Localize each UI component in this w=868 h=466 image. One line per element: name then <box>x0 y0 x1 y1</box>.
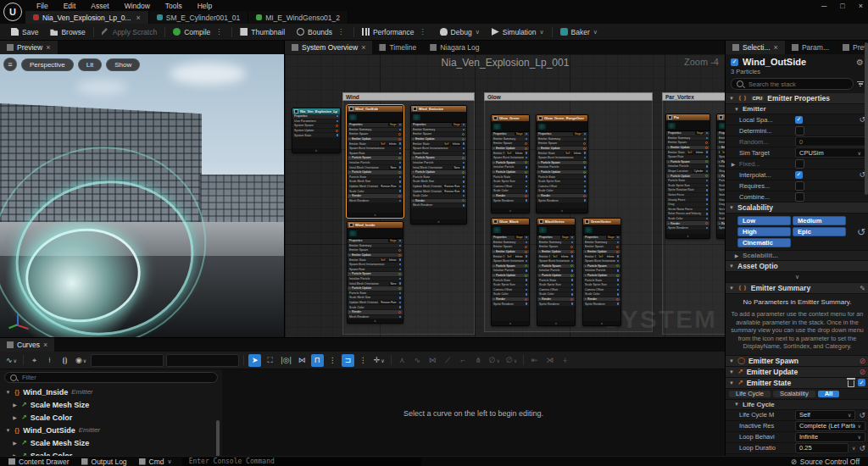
stack-search-input[interactable] <box>747 80 848 89</box>
asset-tab-nia-ven-explosion-lp-0[interactable]: Nia_Ven_Explosion_Lp_0...× <box>25 11 149 24</box>
menu-tools[interactable]: Tools <box>158 2 190 10</box>
thumbnail-button[interactable]: Thumbnail <box>234 24 291 41</box>
performance-button[interactable]: Performance⋮ <box>356 24 434 41</box>
visibility-button[interactable]: ◉∨ <box>74 354 88 367</box>
platform-cinematic[interactable]: Cinematic <box>737 238 791 247</box>
snap-time-options-icon[interactable]: ⋮ <box>326 354 339 367</box>
output-log-button[interactable]: Output Log <box>76 458 132 466</box>
snap-time-toggle[interactable]: ⊓ <box>311 354 324 367</box>
menu-help[interactable]: Help <box>190 2 220 10</box>
stage-tab-life-cycle[interactable]: Life Cycle <box>729 391 771 397</box>
curve-item-scale-mesh-size[interactable]: ▶↗Scale Mesh Size <box>0 398 222 411</box>
stage-emitter-state[interactable]: ▼↗Emitter State✓ <box>726 378 868 389</box>
node-collapse-footer[interactable]: ∧ <box>492 208 529 213</box>
tab-param[interactable]: Param... <box>785 41 836 54</box>
normalize-button[interactable]: ⋈ <box>296 354 309 367</box>
flatten-tangents-icon[interactable]: ⇤ <box>528 354 541 367</box>
viewport-menu-button[interactable]: ≡ <box>3 58 17 71</box>
checkbox[interactable] <box>795 181 804 191</box>
node-collapse-footer[interactable]: ∧ <box>411 219 466 224</box>
emitter-node-wind-inside[interactable]: Wind_InsidePropertiesStageEmitter Summar… <box>347 221 403 324</box>
menu-edit[interactable]: Edit <box>56 2 84 10</box>
node-row-sprite-renderer[interactable]: Sprite Renderer <box>537 302 575 307</box>
checkbox[interactable] <box>795 159 804 169</box>
debug-button[interactable]: Debug∨ <box>434 24 486 41</box>
stack-searchbox[interactable] <box>731 78 854 90</box>
tab-timeline[interactable]: Timeline <box>372 41 423 54</box>
window-minimize-button[interactable]: ─ <box>821 2 826 10</box>
node-row-sprite-renderer[interactable]: Sprite Renderer <box>537 198 587 203</box>
curve-editor-area[interactable]: Select a curve on the left to begin edit… <box>222 369 725 457</box>
key-value-input[interactable] <box>166 354 239 367</box>
section-asset-optio[interactable]: ▼Asset Optio <box>726 261 868 272</box>
window-close-button[interactable]: × <box>859 2 863 10</box>
tab-previe[interactable]: Previe... <box>836 41 868 54</box>
pin-button[interactable]: ⍿ <box>43 354 56 367</box>
lit-button[interactable]: Lit <box>78 58 102 71</box>
browse-button[interactable]: Browse <box>44 24 91 41</box>
menu-file[interactable]: File <box>29 2 56 10</box>
dropdown[interactable]: Self∨ <box>795 410 855 420</box>
node-row-mesh-renderer[interactable]: Mesh Renderer <box>411 203 466 208</box>
text-field[interactable]: 0 <box>795 136 865 147</box>
emitter-node-greenvortex[interactable]: GreenVortexPropertiesStageEmitter Summar… <box>582 218 621 326</box>
node-collapse-footer[interactable]: ∧ <box>492 321 529 325</box>
asset-tab-sm-e-cylinder001-01[interactable]: SM_E_Cylinder001_01 <box>149 11 248 24</box>
key-details-icon[interactable]: ⍭ <box>559 354 571 367</box>
emitter-node-par[interactable]: ParPropertiesStageEmitter SummaryEmitter… <box>665 114 710 239</box>
number-field[interactable]: 0.25 <box>795 443 849 453</box>
emitter-node-wind-outside[interactable]: Wind_OutSidePropertiesStageEmitter Summa… <box>347 105 403 218</box>
curves-tab-close-icon[interactable]: × <box>43 341 47 349</box>
tangent-weighted-icon[interactable]: ⋔ <box>472 354 485 367</box>
tangent-linear-icon[interactable]: ⟋ <box>442 354 454 367</box>
compile-button[interactable]: Compile⋮ <box>167 24 230 41</box>
node-collapse-footer[interactable]: ∧ <box>348 319 403 323</box>
section-emitter-summary[interactable]: ▼❪❫Emitter Summary✎ <box>726 283 868 294</box>
curve-item-scale-mesh-size[interactable]: ▶↗Scale Mesh Size <box>0 436 222 449</box>
bounds-button[interactable]: Bounds⋮ <box>291 24 352 41</box>
stage-tab-scalability[interactable]: Scalability <box>773 391 815 397</box>
emitter-node-glow-black[interactable]: Glow_BlackPropertiesStageEmitter Summary… <box>491 218 530 326</box>
node-row-sprite-renderer[interactable]: Sprite Renderer <box>492 198 529 203</box>
frame-all-button[interactable]: ⛶ <box>264 354 276 367</box>
curve-filter-input[interactable] <box>20 373 212 382</box>
reset-icon[interactable]: ↺ <box>859 411 865 419</box>
straighten-tangents-icon[interactable]: ⋊ <box>543 354 556 367</box>
tangent-user-icon[interactable]: ∿ <box>411 354 424 367</box>
platform-epic[interactable]: Epic <box>793 227 846 236</box>
simulation-button[interactable]: Simulation∨ <box>486 24 550 41</box>
reset-icon[interactable]: ↺ <box>859 444 865 452</box>
collapsed-scalabilit[interactable]: ▶Scalabilit... <box>726 251 868 261</box>
subsection-emitter[interactable]: ▼Emitter <box>726 104 868 114</box>
stack-expander[interactable]: ∨ <box>726 272 868 283</box>
stage-enabled-checkbox[interactable]: ✓ <box>858 379 865 386</box>
snap-value-toggle[interactable]: ⊐ <box>342 354 354 367</box>
tab-system-overview[interactable]: System Overview× <box>285 41 372 54</box>
emitter-node-blackvortex[interactable]: BlackVortexPropertiesStageEmitter Summar… <box>537 218 576 326</box>
show-button[interactable]: Show <box>106 58 140 71</box>
tab-selecti[interactable]: Selecti...× <box>726 41 785 54</box>
snap-value-options-icon[interactable]: ⋮ <box>357 354 370 367</box>
curve-item-wind-inside[interactable]: ▼{}Wind_InsideEmitter <box>0 386 222 398</box>
emitter-node-glow-green[interactable]: Glow_GreenPropertiesStageEmitter Summary… <box>491 114 530 214</box>
pre-infinity-icon[interactable]: ∅∨ <box>487 354 502 367</box>
perspective-button[interactable]: Perspective <box>21 58 74 71</box>
node-row-sprite-renderer[interactable]: Sprite Renderer <box>666 226 709 231</box>
section-scalability[interactable]: ▼Scalability <box>726 202 868 214</box>
node-row-mesh-renderer[interactable]: Mesh Renderer <box>348 199 403 204</box>
tab-curves[interactable]: Curves × <box>0 338 54 352</box>
post-infinity-icon[interactable]: ∅∨ <box>504 354 519 367</box>
menu-window[interactable]: Window <box>117 2 158 10</box>
group-header-wind[interactable]: Wind <box>342 92 475 101</box>
frame-selection-button[interactable]: |◎| <box>279 354 293 367</box>
transform-tool-button[interactable]: ✛∨ <box>372 354 387 367</box>
preview-tab-close-icon[interactable]: × <box>46 43 50 52</box>
filter-icon[interactable] <box>857 81 864 87</box>
gear-icon[interactable]: ⚙ <box>856 58 864 67</box>
console-command-input[interactable] <box>187 457 416 466</box>
graph-canvas[interactable]: Nia_Ven_Explosion_Lp_001 Zoom -4 SYSTEM … <box>285 54 726 337</box>
console-command-box[interactable] <box>182 458 421 466</box>
stage-emitter-update[interactable]: ▼↗Emitter Update⊘ <box>726 367 868 378</box>
curve-type-button[interactable]: ∿∨ <box>4 354 19 367</box>
source-control-status[interactable]: ⊘ Source Control Off <box>791 458 865 466</box>
